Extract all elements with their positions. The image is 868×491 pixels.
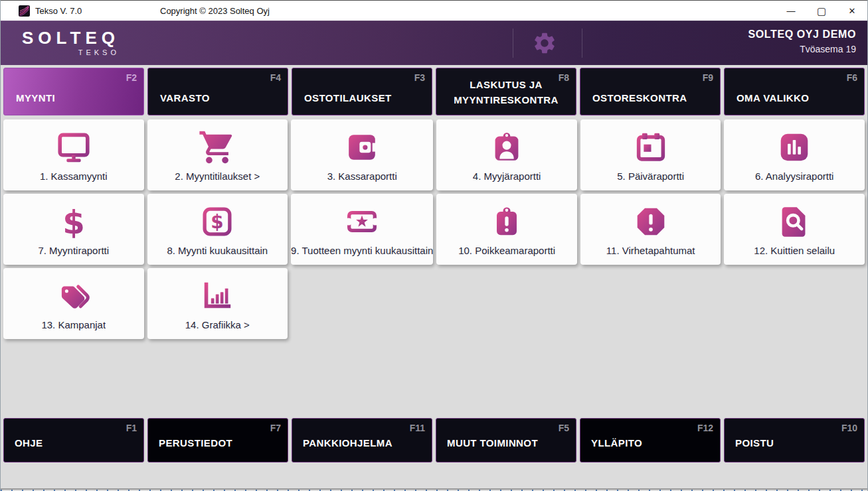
minimize-icon[interactable]: —	[776, 1, 806, 21]
tab-label: LASKUTUS JA MYYNTIRESKONTRA	[436, 77, 576, 108]
muut-toiminnot-button[interactable]: F5 MUUT TOIMINNOT	[436, 418, 576, 462]
tile-label: 9. Tuotteen myynti kuukausittain	[291, 245, 433, 256]
header-info: SOLTEQ OYJ DEMO Tvöasema 19	[748, 29, 857, 54]
tile-virhetapahtumat[interactable]: 11. Virhetapahtumat	[580, 194, 721, 265]
button-fkey: F11	[410, 423, 425, 433]
button-label: YLLÄPITO	[591, 437, 642, 449]
logo-secondary-text: TEKSO	[22, 48, 120, 56]
bar-chart-square-icon	[775, 123, 814, 171]
tile-poikkeamaraportti[interactable]: 10. Poikkeamaraportti	[436, 194, 577, 265]
tile-kuittien-selailu[interactable]: 12. Kuittien selailu	[724, 194, 865, 265]
dollar-square-icon: $	[198, 198, 236, 245]
solteq-logo: SOLTEQ TEKSO	[22, 29, 120, 56]
tile-label: 3. Kassaraportti	[327, 171, 397, 182]
tab-oma-valikko[interactable]: F6 OMA VALIKKO	[724, 68, 865, 115]
tile-label: 12. Kuittien selailu	[754, 245, 835, 256]
person-badge-icon	[487, 123, 526, 171]
svg-text:$: $	[62, 204, 85, 241]
tile-label: 4. Myyjäraportti	[473, 171, 541, 182]
tile-label: 11. Virhetapahtumat	[606, 245, 695, 256]
close-icon[interactable]: ✕	[837, 1, 867, 21]
exclamation-badge-icon	[487, 198, 526, 245]
tile-paivaraportti[interactable]: 5. Päiväraportti	[580, 119, 721, 190]
header-divider	[513, 29, 513, 58]
tile-myynti-kuukausittain[interactable]: $ 8. Myynti kuukausittain	[147, 194, 288, 265]
tile-myyjaraportti[interactable]: 4. Myyjäraportti	[436, 119, 577, 190]
yllapito-button[interactable]: F12 YLLÄPITO	[580, 418, 721, 462]
main-tabs: F2 MYYNTI F4 VARASTO F3 OSTOTILAUKSET F8…	[1, 65, 867, 117]
footer-strip	[1, 462, 867, 491]
tile-label: 5. Päiväraportti	[617, 171, 684, 182]
button-fkey: F5	[559, 423, 569, 433]
tile-label: 13. Kampanjat	[41, 319, 106, 330]
tile-kassaraportti[interactable]: 3. Kassaraportti	[291, 119, 433, 190]
button-label: MUUT TOIMINNOT	[447, 437, 538, 449]
tab-fkey: F2	[126, 72, 137, 83]
document-search-icon	[775, 198, 814, 245]
button-fkey: F7	[270, 423, 281, 433]
tile-label: 2. Myyntitilaukset >	[175, 171, 260, 182]
gear-icon[interactable]	[532, 31, 557, 56]
bar-chart-axis-icon	[198, 272, 236, 319]
tile-myyntitilaukset[interactable]: 2. Myyntitilaukset >	[147, 119, 288, 190]
tile-label: 7. Myyntiraportti	[38, 245, 109, 256]
tile-kassamyynti[interactable]: 1. Kassamyynti	[3, 119, 144, 190]
svg-text:$: $	[211, 211, 224, 233]
tile-label: 6. Analyysiraportti	[755, 171, 833, 182]
tab-ostoreskontra[interactable]: F9 OSTORESKONTRA	[580, 68, 721, 115]
pankkiohjelma-button[interactable]: F11 PANKKIOHJELMA	[292, 418, 432, 462]
button-fkey: F12	[697, 423, 713, 433]
app-window: Tekso V. 7.0 Copyright © 2023 Solteq Oyj…	[0, 0, 868, 491]
maximize-icon[interactable]: ▢	[806, 1, 837, 21]
tile-label: 14. Grafiikka >	[185, 319, 250, 330]
tile-myyntiraportti[interactable]: $ 7. Myyntiraportti	[3, 194, 144, 265]
dollar-icon: $	[54, 198, 93, 245]
app-logo-icon	[19, 5, 30, 17]
button-fkey: F10	[841, 423, 857, 433]
tab-label: OMA VALIKKO	[737, 92, 809, 104]
tab-varasto[interactable]: F4 VARASTO	[147, 68, 288, 115]
copyright-text: Copyright © 2023 Solteq Oyj	[160, 6, 270, 16]
tab-label: MYYNTI	[16, 92, 55, 104]
calendar-icon	[632, 123, 670, 171]
tile-grafiikka[interactable]: 14. Grafiikka >	[147, 268, 288, 339]
app-header: SOLTEQ TEKSO SOLTEQ OYJ DEMO Tvöasema 19	[1, 21, 867, 65]
tab-label: OSTORESKONTRA	[592, 92, 687, 104]
tab-label: VARASTO	[160, 92, 210, 104]
bottom-buttons: F1 OHJE F7 PERUSTIEDOT F11 PANKKIOHJELMA…	[1, 418, 867, 462]
button-fkey: F1	[126, 423, 137, 433]
tab-laskutus-ja-myyntireskontra[interactable]: F8 LASKUTUS JA MYYNTIRESKONTRA	[436, 68, 576, 115]
window-title: Tekso V. 7.0	[35, 6, 82, 16]
button-label: POISTU	[735, 437, 774, 449]
button-label: PERUSTIEDOT	[159, 437, 232, 449]
header-divider	[582, 29, 582, 58]
ticket-star-icon	[343, 198, 381, 245]
ohje-button[interactable]: F1 OHJE	[3, 418, 144, 462]
tile-tuotteen-myynti-kuukausittain[interactable]: 9. Tuotteen myynti kuukausittain	[291, 194, 433, 265]
tab-label: OSTOTILAUKSET	[304, 92, 392, 104]
poistu-button[interactable]: F10 POISTU	[724, 418, 865, 462]
tab-fkey: F3	[414, 72, 425, 83]
tab-fkey: F6	[847, 72, 857, 83]
company-name: SOLTEQ OYJ DEMO	[748, 29, 857, 40]
tile-kampanjat[interactable]: 13. Kampanjat	[3, 268, 144, 339]
tab-myynti[interactable]: F2 MYYNTI	[3, 68, 144, 115]
exclamation-octagon-icon	[632, 198, 670, 245]
workstation-label: Tvöasema 19	[748, 44, 857, 54]
tile-label: 10. Poikkeamaraportti	[458, 245, 555, 256]
wallet-icon	[343, 123, 381, 171]
monitor-icon	[54, 123, 93, 171]
content-spacer	[1, 339, 867, 418]
tile-label: 8. Myynti kuukausittain	[167, 245, 268, 256]
tab-fkey: F4	[270, 72, 281, 83]
menu-tile-grid: 1. Kassamyynti 2. Myyntitilaukset > 3. K…	[1, 119, 867, 339]
titlebar: Tekso V. 7.0 Copyright © 2023 Solteq Oyj…	[1, 0, 867, 21]
button-label: OHJE	[15, 437, 43, 449]
tile-analyysiraportti[interactable]: 6. Analyysiraportti	[724, 119, 865, 190]
logo-primary-text: SOLTEQ	[22, 29, 120, 46]
tile-label: 1. Kassamyynti	[40, 171, 108, 182]
cart-icon	[198, 123, 236, 171]
tab-ostotilaukset[interactable]: F3 OSTOTILAUKSET	[292, 68, 432, 115]
perustiedot-button[interactable]: F7 PERUSTIEDOT	[147, 418, 288, 462]
tab-fkey: F9	[703, 72, 713, 83]
